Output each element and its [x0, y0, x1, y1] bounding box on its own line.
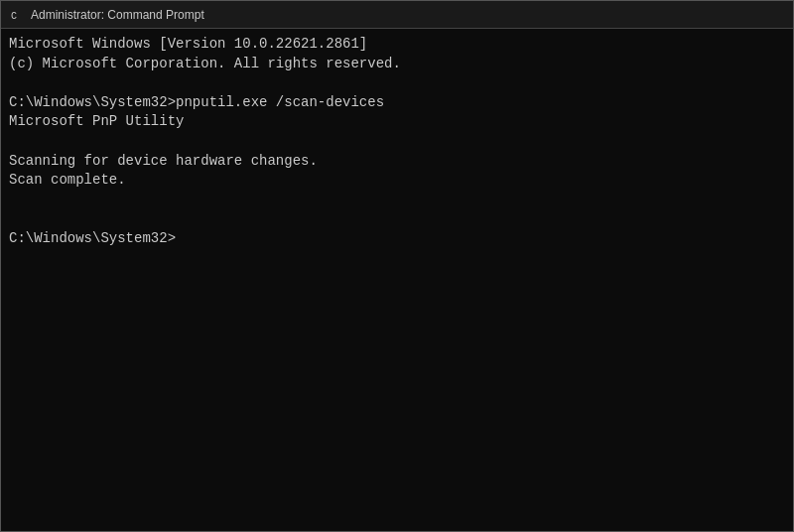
terminal-empty-line	[9, 209, 785, 229]
terminal-line: C:\Windows\System32>pnputil.exe /scan-de…	[9, 93, 785, 113]
terminal-line: C:\Windows\System32>	[9, 229, 785, 249]
svg-text:C: C	[11, 11, 17, 22]
terminal-line: Microsoft PnP Utility	[9, 112, 785, 132]
title-bar-text: Administrator: Command Prompt	[31, 8, 785, 22]
cmd-window: C Administrator: Command Prompt Microsof…	[0, 0, 794, 532]
terminal-line: Microsoft Windows [Version 10.0.22621.28…	[9, 35, 785, 55]
terminal-line: (c) Microsoft Corporation. All rights re…	[9, 55, 785, 74]
cmd-icon: C	[9, 7, 25, 23]
terminal-line: Scan complete.	[9, 171, 785, 191]
terminal-empty-line	[9, 132, 785, 152]
terminal-empty-line	[9, 73, 785, 93]
title-bar: C Administrator: Command Prompt	[1, 1, 793, 29]
terminal-empty-line	[9, 191, 785, 210]
terminal-line: Scanning for device hardware changes.	[9, 152, 785, 172]
terminal-body[interactable]: Microsoft Windows [Version 10.0.22621.28…	[1, 29, 793, 531]
